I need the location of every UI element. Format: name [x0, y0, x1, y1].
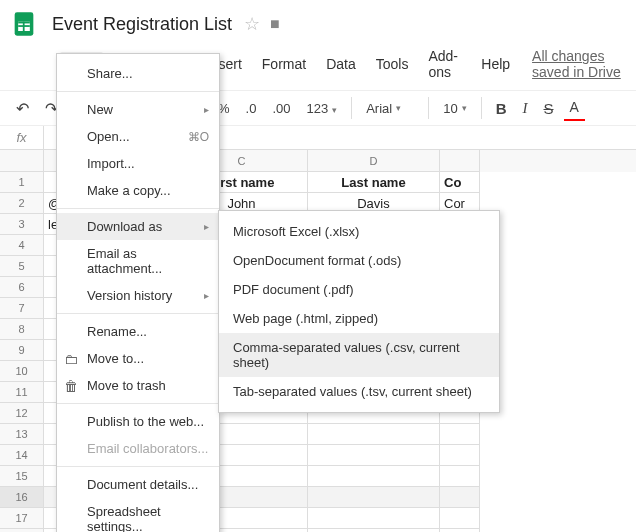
smi-csv[interactable]: Comma-separated values (.csv, current sh…	[219, 333, 499, 377]
row-header[interactable]: 4	[0, 235, 44, 256]
menu-addons[interactable]: Add-ons	[418, 44, 471, 84]
menu-separator	[57, 313, 219, 314]
cell[interactable]	[440, 487, 480, 508]
doc-title[interactable]: Event Registration List	[48, 12, 236, 37]
cell[interactable]	[308, 424, 440, 445]
download-submenu: Microsoft Excel (.xlsx) OpenDocument for…	[218, 210, 500, 413]
mi-new[interactable]: New▸	[57, 96, 219, 123]
text-color-button[interactable]: A	[564, 95, 585, 121]
row-header[interactable]: 17	[0, 508, 44, 529]
row-header[interactable]: 15	[0, 466, 44, 487]
increase-decimal[interactable]: .00	[266, 97, 296, 120]
title-bar: Event Registration List ☆ ■	[0, 0, 636, 40]
row-header[interactable]: 6	[0, 277, 44, 298]
menu-help[interactable]: Help	[471, 52, 520, 76]
decrease-decimal[interactable]: .0	[240, 97, 263, 120]
separator	[351, 97, 352, 119]
row-header[interactable]: 10	[0, 361, 44, 382]
mi-version-history[interactable]: Version history▸	[57, 282, 219, 309]
bold-button[interactable]: B	[490, 96, 513, 121]
row-header[interactable]: 3	[0, 214, 44, 235]
file-dropdown: Share... New▸ Open...⌘O Import... Make a…	[56, 53, 220, 532]
undo-icon[interactable]: ↶	[10, 95, 35, 122]
row-header[interactable]: 16	[0, 487, 44, 508]
sheets-logo[interactable]	[8, 8, 40, 40]
row-header[interactable]: 7	[0, 298, 44, 319]
row-header[interactable]: 11	[0, 382, 44, 403]
smi-tsv[interactable]: Tab-separated values (.tsv, current shee…	[219, 377, 499, 406]
mi-rename[interactable]: Rename...	[57, 318, 219, 345]
strike-button[interactable]: S	[538, 96, 560, 121]
menu-separator	[57, 208, 219, 209]
font-size[interactable]: 10	[437, 97, 472, 120]
fx-label: fx	[0, 126, 44, 149]
smi-pdf[interactable]: PDF document (.pdf)	[219, 275, 499, 304]
row-header[interactable]: 14	[0, 445, 44, 466]
svg-rect-4	[23, 22, 25, 31]
cell[interactable]	[308, 445, 440, 466]
trash-icon: 🗑	[64, 378, 78, 394]
separator	[428, 97, 429, 119]
font-select[interactable]: Arial	[360, 97, 420, 120]
smi-ods[interactable]: OpenDocument format (.ods)	[219, 246, 499, 275]
mi-import[interactable]: Import...	[57, 150, 219, 177]
menu-separator	[57, 403, 219, 404]
chevron-right-icon: ▸	[204, 290, 209, 301]
cell[interactable]	[440, 508, 480, 529]
menu-separator	[57, 91, 219, 92]
cell[interactable]	[308, 508, 440, 529]
cell[interactable]	[308, 487, 440, 508]
smi-html[interactable]: Web page (.html, zipped)	[219, 304, 499, 333]
mi-email-attachment[interactable]: Email as attachment...	[57, 240, 219, 282]
mi-download-as[interactable]: Download as▸	[57, 213, 219, 240]
row-header[interactable]: 13	[0, 424, 44, 445]
mi-spreadsheet-settings[interactable]: Spreadsheet settings...	[57, 498, 219, 532]
row-header[interactable]: 12	[0, 403, 44, 424]
mi-publish[interactable]: Publish to the web...	[57, 408, 219, 435]
select-all[interactable]	[0, 150, 44, 172]
chevron-right-icon: ▸	[204, 104, 209, 115]
row-header[interactable]: 9	[0, 340, 44, 361]
chevron-right-icon: ▸	[204, 221, 209, 232]
menu-data[interactable]: Data	[316, 52, 366, 76]
smi-xlsx[interactable]: Microsoft Excel (.xlsx)	[219, 217, 499, 246]
folder-icon[interactable]: ■	[270, 15, 280, 33]
cell[interactable]	[440, 445, 480, 466]
folder-icon: 🗀	[64, 351, 78, 367]
mi-move-to[interactable]: 🗀Move to...	[57, 345, 219, 372]
cell[interactable]	[308, 466, 440, 487]
italic-button[interactable]: I	[517, 96, 534, 121]
row-header[interactable]: 5	[0, 256, 44, 277]
menu-separator	[57, 466, 219, 467]
mi-make-copy[interactable]: Make a copy...	[57, 177, 219, 204]
number-format[interactable]: 123	[300, 97, 343, 120]
separator	[481, 97, 482, 119]
mi-open[interactable]: Open...⌘O	[57, 123, 219, 150]
row-header[interactable]: 1	[0, 172, 44, 193]
row-header[interactable]: 2	[0, 193, 44, 214]
row-header[interactable]: 8	[0, 319, 44, 340]
menu-tools[interactable]: Tools	[366, 52, 419, 76]
mi-doc-details[interactable]: Document details...	[57, 471, 219, 498]
mi-move-trash[interactable]: 🗑Move to trash	[57, 372, 219, 399]
col-header-d[interactable]: D	[308, 150, 440, 172]
save-status[interactable]: All changes saved in Drive	[532, 48, 636, 80]
col-header-e[interactable]	[440, 150, 480, 172]
cell[interactable]	[440, 466, 480, 487]
mi-share[interactable]: Share...	[57, 60, 219, 87]
star-icon[interactable]: ☆	[244, 13, 260, 35]
cell[interactable]: Co	[440, 172, 480, 193]
cell[interactable]: Last name	[308, 172, 440, 193]
mi-email-collab: Email collaborators...	[57, 435, 219, 462]
menu-format[interactable]: Format	[252, 52, 316, 76]
cell[interactable]	[440, 424, 480, 445]
